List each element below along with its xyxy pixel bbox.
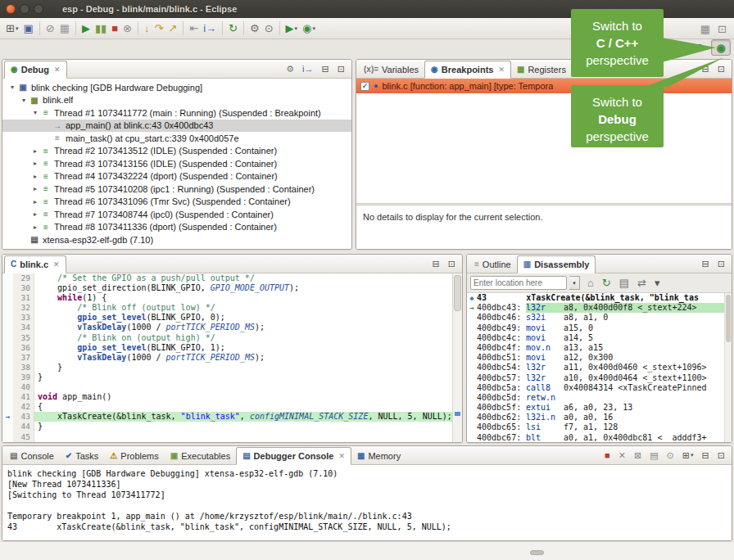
code-line[interactable]: 36 gpio_set_level(BLINK_GPIO, 1); (2, 343, 462, 353)
line-marker-gutter[interactable] (2, 382, 13, 392)
expander-closed-icon[interactable]: ▸ (30, 210, 40, 218)
view-gear-icon[interactable]: ⚙ (283, 60, 297, 78)
debug-tree-row[interactable]: ▸≡Thread #5 1073410208 (ipc1 : Running) … (2, 183, 351, 196)
open-perspective-button[interactable]: ⊞▾ (668, 39, 688, 56)
minimize-view-icon[interactable]: ⊟ (700, 255, 712, 273)
disconnect-button[interactable]: ⊗ (120, 20, 134, 38)
disassembly-line[interactable]: 400dbc4c:movia14, 5 (467, 333, 724, 343)
editor-lines[interactable]: 29 /* Set the GPIO as a push/pull output… (2, 273, 462, 442)
disassembly-line[interactable]: 400dbc51:movia12, 0x300 (467, 353, 724, 363)
line-marker-gutter[interactable] (2, 392, 13, 402)
debug-last-button[interactable]: ◉▾ (300, 20, 318, 38)
location-input[interactable] (470, 276, 567, 290)
tab-blink-c[interactable]: Cblink.c✕ (4, 255, 66, 273)
cpp-perspective-button[interactable]: C (690, 39, 709, 56)
code-line[interactable]: 42{ (2, 402, 462, 412)
debug-tree-row[interactable]: ▸≡Thread #7 1073408744 (ipc0) (Suspended… (2, 208, 351, 221)
line-marker-gutter[interactable] (2, 343, 13, 353)
debug-tree-row[interactable]: ▾▣blink checking [GDB Hardware Debugging… (2, 81, 351, 94)
code-line[interactable]: 35 /* Blink on (output high) */ (2, 333, 462, 343)
disassembly-line[interactable]: 400dbc5d:retw.n (467, 393, 724, 403)
scrollbar-thumb[interactable] (726, 295, 731, 342)
disassembly-line[interactable]: 400dbc5f:extuia6, a0, 23, 13 (467, 403, 724, 413)
expander-closed-icon[interactable]: ▸ (30, 147, 40, 155)
code-line[interactable]: 38 } (2, 363, 462, 373)
disassembly-line[interactable]: 400dbc49:movia15, 0 (467, 323, 724, 333)
drop-to-frame-button[interactable]: ⇤ (187, 20, 201, 38)
tab-console[interactable]: ▤Console (4, 447, 60, 464)
line-marker-gutter[interactable] (2, 273, 13, 283)
minimize-view-icon[interactable]: ⊟ (700, 446, 712, 464)
expander-closed-icon[interactable]: ▸ (30, 198, 40, 205)
expander-closed-icon[interactable]: ▸ (30, 224, 40, 231)
close-tab-icon[interactable]: ✕ (53, 260, 60, 269)
expander-open-icon[interactable]: ▾ (19, 97, 29, 104)
disassembly-line[interactable]: 400dbc65:lsif7, a1, 128 (467, 422, 724, 432)
disassembly-line[interactable]: 400dbc57:l32ra10, 0x400d0464 <_stext+110… (467, 373, 724, 383)
tab-executables[interactable]: ▣Executables (165, 447, 236, 464)
line-marker-gutter[interactable] (2, 323, 13, 332)
line-marker-gutter[interactable] (2, 402, 13, 412)
breakpoint-list[interactable]: ✓ ● blink.c [function: app_main] [type: … (356, 79, 732, 203)
disassembly-scrollbar[interactable] (724, 293, 732, 442)
step-into-button[interactable]: ↓ (142, 20, 152, 38)
close-button[interactable] (6, 4, 16, 14)
disassembly-line[interactable]: 400dbc54:l32ra11, 0x400d0460 <_stext+109… (467, 363, 724, 373)
tab-problems[interactable]: ⚠Problems (104, 447, 164, 464)
expander-open-icon[interactable]: ▾ (30, 109, 40, 116)
tab-disassembly[interactable]: ▥Disassembly (517, 255, 596, 273)
tab-outline[interactable]: ≡Outline (469, 255, 517, 273)
close-tab-icon[interactable]: ✕ (54, 65, 61, 74)
debug-tree-row[interactable]: ≡main_task() at cpu_start.c:339 0x400d05… (2, 132, 351, 145)
debug-tree-row[interactable]: ▸≡Thread #4 1073432224 (dport) (Suspende… (2, 170, 351, 183)
debug-tree[interactable]: ▾▣blink checking [GDB Hardware Debugging… (2, 79, 351, 246)
annotations-button[interactable]: ▦ (698, 20, 713, 38)
code-line[interactable]: 39} (2, 373, 462, 382)
code-line[interactable]: →43 xTaskCreate(&blink_task, "blink_task… (2, 412, 462, 422)
new-button[interactable]: ⊞▾ (3, 20, 20, 38)
tab-debugger-console[interactable]: ▤Debugger Console✕ (236, 447, 351, 465)
disassembly-line[interactable]: 400dbc62:l32i.na0, a0, 16 (467, 413, 724, 422)
link-context-icon[interactable]: ⇄ (635, 274, 649, 292)
minimize-button[interactable] (20, 4, 29, 14)
remove-launch-icon[interactable]: ✕ (616, 446, 628, 464)
disassembly-line[interactable]: 400dbc46:s32ia8, a1, 0 (467, 313, 724, 323)
editor-presentation-button[interactable]: ⊡ (715, 20, 729, 38)
suspend-button[interactable]: ▮▮ (93, 20, 109, 38)
minimize-view-icon[interactable]: ⊟ (319, 60, 332, 78)
refresh-icon[interactable]: ↻ (600, 274, 614, 292)
line-marker-gutter[interactable] (2, 432, 13, 442)
home-icon[interactable]: ⌂ (585, 274, 596, 292)
tab-debug[interactable]: ◉Debug✕ (4, 61, 67, 79)
disassembly-line[interactable]: 400dbc5a:call80x40084314 <xTaskCreatePin… (467, 383, 724, 393)
line-marker-gutter[interactable] (2, 283, 13, 293)
run-last-button[interactable]: ▶▾ (283, 20, 301, 38)
debug-tree-row[interactable]: ▸≡Thread #3 1073413156 (IDLE) (Suspended… (2, 157, 351, 170)
maximize-view-icon[interactable]: ⊡ (715, 446, 727, 464)
console-output[interactable]: blink checking [GDB Hardware Debugging] … (2, 465, 732, 540)
line-marker-gutter[interactable] (2, 313, 13, 323)
tab-breakpoints[interactable]: ◉Breakpoints✕ (424, 61, 511, 79)
code-line[interactable]: 31 while(1) { (2, 293, 462, 303)
minimize-view-icon[interactable]: ⊟ (430, 255, 442, 273)
maximize-view-icon[interactable]: ⊡ (335, 60, 347, 78)
instruction-stepping-button[interactable]: i→ (201, 20, 219, 38)
disassembly-lines[interactable]: ◆43 xTaskCreate(&blink_task, "blink_tas→… (467, 293, 724, 442)
breakpoint-row[interactable]: ✓ ● blink.c [function: app_main] [type: … (356, 79, 732, 93)
step-over-button[interactable]: ↷ (152, 20, 166, 38)
view-menu-icon[interactable]: ▾ (652, 274, 663, 292)
debug-tree-row[interactable]: ▸≡Thread #6 1073431096 (Tmr Svc) (Suspen… (2, 196, 351, 209)
debug-tree-row[interactable]: ▾≡Thread #1 1073411772 (main : Running) … (2, 106, 351, 120)
scrollbar-thumb[interactable] (454, 275, 461, 311)
overview-marker[interactable] (455, 412, 460, 416)
disassembly-line[interactable]: ◆43 xTaskCreate(&blink_task, "blink_tas (467, 293, 724, 303)
open-console-icon[interactable]: ⊞▾ (680, 446, 696, 464)
code-line[interactable]: 41void app_main() (2, 392, 462, 402)
debug-tree-row[interactable]: ▾▦blink.elf (2, 94, 351, 107)
restart-button[interactable]: ↻ (226, 20, 240, 38)
close-tab-icon[interactable]: ✕ (498, 65, 505, 74)
line-marker-gutter[interactable] (2, 373, 13, 382)
code-line[interactable]: 29 /* Set the GPIO as a push/pull output… (2, 273, 462, 283)
maximize-view-icon[interactable]: ⊡ (446, 255, 458, 273)
debug-perspective-button[interactable]: ◉ (711, 39, 731, 56)
